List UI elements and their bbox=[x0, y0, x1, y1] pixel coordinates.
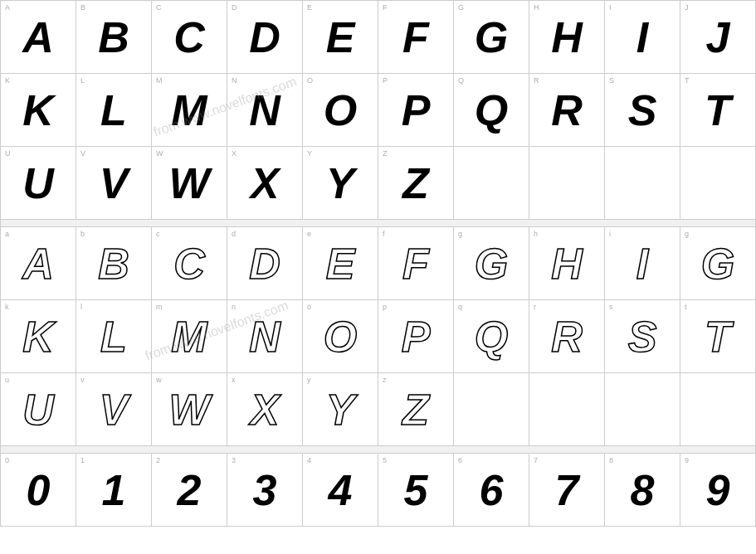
lowercase-cell: kK bbox=[1, 300, 76, 373]
lowercase-cell: fF bbox=[378, 227, 454, 300]
cell-character: N bbox=[249, 89, 280, 132]
uppercase-cell: TT bbox=[680, 74, 756, 147]
cell-label: D bbox=[232, 3, 237, 12]
cell-label: u bbox=[5, 376, 9, 384]
uppercase-cell: HH bbox=[529, 1, 605, 74]
cell-label: f bbox=[383, 230, 385, 238]
cell-character: O bbox=[324, 89, 357, 132]
lowercase-cell bbox=[680, 373, 756, 446]
cell-character: P bbox=[402, 89, 431, 132]
cell-character: 6 bbox=[480, 469, 504, 512]
cell-character: 8 bbox=[631, 469, 655, 512]
uppercase-cell: NN bbox=[227, 74, 303, 147]
uppercase-cell: II bbox=[605, 1, 680, 74]
number-cell: 66 bbox=[454, 454, 529, 527]
cell-label: a bbox=[5, 230, 9, 238]
cell-label: V bbox=[80, 149, 85, 158]
cell-label: T bbox=[685, 76, 690, 85]
uppercase-cell: FF bbox=[378, 1, 454, 74]
cell-character: 1 bbox=[102, 469, 126, 512]
cell-label: r bbox=[534, 303, 536, 311]
cell-character: R bbox=[551, 89, 583, 132]
cell-character: G bbox=[475, 242, 508, 285]
lowercase-cell: tT bbox=[680, 300, 756, 373]
number-cell: 33 bbox=[227, 454, 303, 527]
cell-label: Z bbox=[383, 149, 388, 158]
uppercase-cell bbox=[680, 147, 756, 220]
cell-label: c bbox=[156, 230, 160, 238]
cell-character: X bbox=[251, 388, 280, 431]
cell-character: 9 bbox=[706, 469, 730, 512]
number-cell: 88 bbox=[605, 454, 680, 527]
cell-character: Z bbox=[402, 162, 429, 205]
cell-character: G bbox=[701, 242, 734, 285]
uppercase-cell: AA bbox=[1, 1, 76, 74]
cell-label: Q bbox=[458, 76, 464, 85]
cell-character: A bbox=[22, 242, 54, 285]
cell-label: 4 bbox=[307, 456, 311, 464]
uppercase-cell: CC bbox=[152, 1, 227, 74]
cell-label: t bbox=[685, 303, 687, 311]
uppercase-cell: SS bbox=[605, 74, 680, 147]
cell-character: F bbox=[402, 16, 429, 59]
uppercase-cell: MM bbox=[152, 74, 227, 147]
cell-label: Y bbox=[307, 149, 312, 158]
lowercase-cell: aA bbox=[1, 227, 76, 300]
cell-character: G bbox=[475, 16, 508, 59]
cell-character: P bbox=[402, 315, 431, 358]
section-gap-2 bbox=[0, 446, 756, 453]
cell-character: 3 bbox=[253, 469, 277, 512]
lowercase-cell: nN bbox=[227, 300, 303, 373]
cell-label: K bbox=[5, 76, 10, 85]
section-gap-1 bbox=[0, 220, 756, 226]
cell-character: F bbox=[402, 242, 429, 285]
cell-label: 7 bbox=[534, 456, 538, 464]
lowercase-cell: wW bbox=[152, 373, 227, 446]
cell-character: 0 bbox=[27, 469, 51, 512]
cell-character: U bbox=[22, 162, 54, 205]
cell-character: O bbox=[324, 315, 357, 358]
cell-character: B bbox=[98, 16, 129, 59]
uppercase-grid: AABBCCDDEEFFGGHHIIJJKKLLMMNNOOPPQQRRSSTT… bbox=[0, 0, 756, 220]
cell-label: 1 bbox=[80, 456, 85, 464]
uppercase-cell: OO bbox=[303, 74, 378, 147]
cell-character: 4 bbox=[329, 469, 353, 512]
cell-character: K bbox=[22, 315, 54, 358]
number-cell: 55 bbox=[378, 454, 454, 527]
uppercase-cell: WW bbox=[152, 147, 227, 220]
cell-label: i bbox=[609, 230, 611, 238]
cell-label: E bbox=[307, 3, 312, 12]
uppercase-cell: VV bbox=[76, 147, 152, 220]
lowercase-cell: lL bbox=[76, 300, 152, 373]
lowercase-cell: oO bbox=[303, 300, 378, 373]
uppercase-cell: KK bbox=[1, 74, 76, 147]
cell-label: X bbox=[232, 149, 237, 158]
cell-label: A bbox=[5, 3, 10, 12]
cell-character: E bbox=[326, 16, 355, 59]
cell-character: L bbox=[100, 315, 127, 358]
lowercase-cell: dD bbox=[227, 227, 303, 300]
cell-label: n bbox=[232, 303, 236, 311]
cell-character: S bbox=[628, 89, 657, 132]
lowercase-cell: hH bbox=[529, 227, 605, 300]
cell-character: S bbox=[628, 315, 657, 358]
cell-label: 0 bbox=[5, 456, 9, 464]
lowercase-cell: gG bbox=[680, 227, 756, 300]
lowercase-cell: iI bbox=[605, 227, 680, 300]
lowercase-cell: eE bbox=[303, 227, 378, 300]
lowercase-cell: rR bbox=[529, 300, 605, 373]
cell-character: Y bbox=[326, 388, 355, 431]
cell-character: Q bbox=[475, 315, 508, 358]
cell-label: 2 bbox=[156, 456, 160, 464]
cell-character: T bbox=[705, 315, 731, 358]
cell-character: 7 bbox=[555, 469, 579, 512]
cell-label: F bbox=[383, 3, 388, 12]
cell-label: S bbox=[609, 76, 614, 85]
cell-label: L bbox=[80, 76, 85, 85]
cell-label: 9 bbox=[685, 456, 689, 464]
cell-label: x bbox=[232, 376, 236, 384]
cell-character: U bbox=[22, 388, 54, 431]
cell-character: V bbox=[100, 162, 129, 205]
cell-label: w bbox=[156, 376, 162, 384]
cell-character: Z bbox=[402, 388, 429, 431]
